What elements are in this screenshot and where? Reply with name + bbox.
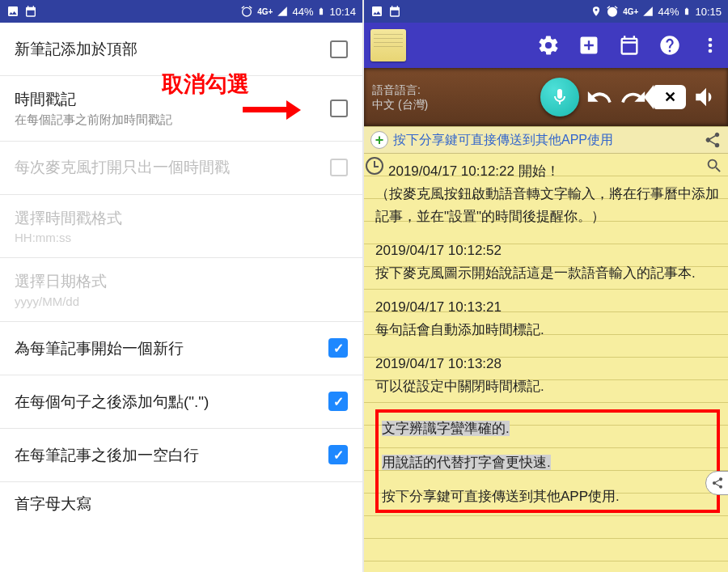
image-icon xyxy=(370,5,383,18)
signal-icon xyxy=(277,6,288,17)
microphone-icon xyxy=(550,87,569,107)
volume-button[interactable] xyxy=(692,83,720,111)
checkbox-checked[interactable] xyxy=(328,392,348,411)
app-action-bar xyxy=(364,23,728,68)
help-button[interactable] xyxy=(658,34,681,57)
status-bar: 4G+ 44% 10:15 xyxy=(364,0,728,23)
setting-blank-line-after[interactable]: 在每筆記事之後加一空白行 xyxy=(0,429,362,482)
setting-period-per-sentence[interactable]: 在每個句子之後添加句點(".") xyxy=(0,375,362,429)
setting-subtitle: yyyy/MM/dd xyxy=(15,294,348,308)
note-timestamp: 2019/04/17 10:12:22 開始！ xyxy=(375,160,720,183)
alarm-icon xyxy=(606,5,619,18)
alarm-icon xyxy=(240,5,253,18)
network-label: 4G+ xyxy=(257,7,273,16)
note-entry: 2019/04/17 10:12:52 按下麥克風圖示開始說話這是一款語音輸入的… xyxy=(375,239,720,285)
clock-icon[interactable] xyxy=(366,157,383,175)
note-body: 可以從設定中關閉時間標記. xyxy=(375,375,720,398)
setting-title: 新筆記添加於頂部 xyxy=(15,39,320,60)
highlighted-text: 按下分享鍵可直接傳送到其他APP使用. xyxy=(382,489,620,504)
setting-timestamp-format: 選擇時間戳格式 HH:mm:ss xyxy=(0,195,362,259)
clock-time: 10:14 xyxy=(329,6,356,18)
redo-button[interactable] xyxy=(620,83,647,111)
battery-icon xyxy=(317,5,325,18)
backspace-icon: ✕ xyxy=(654,85,686,109)
share-icon xyxy=(711,477,724,489)
note-body: 每句話會自動添加時間標記. xyxy=(375,319,720,341)
setting-title: 在每個句子之後添加句點(".") xyxy=(15,392,319,413)
checkbox-unchecked[interactable] xyxy=(330,40,348,58)
battery-percent: 44% xyxy=(292,6,313,18)
note-timestamp: 2019/04/17 10:13:28 xyxy=(375,353,720,375)
annotation-cancel-check: 取消勾選 xyxy=(162,70,249,99)
note-timestamp: 2019/04/17 10:13:21 xyxy=(375,296,720,319)
left-phone-settings: 4G+ 44% 10:14 取消勾選 新筆記添加於頂部 時間戳記 在每個記事之前… xyxy=(0,0,364,572)
search-icon[interactable] xyxy=(705,157,723,175)
setting-capitalize[interactable]: 首字母大寫 xyxy=(0,482,362,515)
share-banner-text: 按下分享鍵可直接傳送到其他APP使用 xyxy=(393,132,699,149)
redo-icon xyxy=(620,83,647,111)
note-entry: 2019/04/17 10:13:28 可以從設定中關閉時間標記. xyxy=(375,353,720,398)
setting-subtitle: HH:mm:ss xyxy=(15,231,348,244)
setting-date-format: 選擇日期格式 yyyy/MM/dd xyxy=(0,258,362,322)
undo-button[interactable] xyxy=(586,83,613,111)
annotation-arrow xyxy=(243,100,301,120)
side-share-button[interactable] xyxy=(705,471,728,495)
plus-icon[interactable]: + xyxy=(370,131,388,149)
overflow-icon xyxy=(699,34,722,57)
calendar-button[interactable] xyxy=(618,34,641,57)
app-icon xyxy=(370,29,406,61)
lang-label: 語音語言: xyxy=(372,83,428,97)
voice-language[interactable]: 語音語言: 中文 (台灣) xyxy=(372,83,428,112)
setting-title: 為每筆記事開始一個新行 xyxy=(15,338,319,359)
highlighted-region: 文字辨識字蠻準確的. 用說話的代替打字會更快速. 按下分享鍵可直接傳送到其他AP… xyxy=(375,409,720,513)
checkbox-unchecked[interactable] xyxy=(330,100,348,117)
checkbox-checked[interactable] xyxy=(328,445,348,464)
calendar-icon xyxy=(388,5,401,18)
setting-new-note-top[interactable]: 新筆記添加於頂部 xyxy=(0,23,362,76)
note-entry: 2019/04/17 10:13:21 每句話會自動添加時間標記. xyxy=(375,296,720,341)
undo-icon xyxy=(586,83,613,111)
right-phone-notepad: 4G+ 44% 10:15 語音語言: 中文 (台灣) ✕ + 按下分享鍵可直接… xyxy=(364,0,728,572)
note-body: 按下麥克風圖示開始說話這是一款語音輸入的記事本. xyxy=(375,262,720,285)
microphone-button[interactable] xyxy=(540,78,579,117)
volume-icon xyxy=(692,83,720,111)
note-body: （按麥克風按鈕啟動語音轉文字輸入，將在行事曆中添加記事，並在"設置"的時間後提醒… xyxy=(375,183,720,228)
setting-title: 選擇時間戳格式 xyxy=(15,208,348,229)
status-bar: 4G+ 44% 10:14 xyxy=(0,0,362,23)
add-note-icon xyxy=(578,34,600,57)
signal-icon xyxy=(642,6,654,17)
setting-single-timestamp: 每次麥克風打開只出一個時間戳 xyxy=(0,142,362,195)
highlighted-text: 用說話的代替打字會更快速. xyxy=(382,455,551,470)
backspace-button[interactable]: ✕ xyxy=(654,85,686,109)
calendar-icon xyxy=(24,5,37,18)
setting-newline-per-note[interactable]: 為每筆記事開始一個新行 xyxy=(0,322,362,375)
setting-title: 選擇日期格式 xyxy=(15,271,348,292)
battery-icon xyxy=(683,5,691,18)
lang-value: 中文 (台灣) xyxy=(372,97,428,112)
checkbox-disabled xyxy=(330,159,348,176)
share-banner: + 按下分享鍵可直接傳送到其他APP使用 xyxy=(364,126,728,154)
notepad-area[interactable]: 2019/04/17 10:12:22 開始！ （按麥克風按鈕啟動語音轉文字輸入… xyxy=(364,154,728,572)
checkbox-checked[interactable] xyxy=(328,338,348,358)
location-icon xyxy=(590,6,602,17)
battery-percent: 44% xyxy=(658,6,679,18)
new-note-button[interactable] xyxy=(578,34,600,57)
note-entry: 2019/04/17 10:12:22 開始！ （按麥克風按鈕啟動語音轉文字輸入… xyxy=(375,160,720,228)
network-label: 4G+ xyxy=(623,7,638,16)
calendar-day-icon xyxy=(618,34,641,57)
share-icon[interactable] xyxy=(704,131,722,149)
setting-title: 在每筆記事之後加一空白行 xyxy=(15,445,319,466)
clock-time: 10:15 xyxy=(695,6,722,18)
help-icon xyxy=(658,34,681,57)
setting-title: 每次麥克風打開只出一個時間戳 xyxy=(15,157,320,178)
voice-toolbar: 語音語言: 中文 (台灣) ✕ xyxy=(364,68,728,126)
note-timestamp: 2019/04/17 10:12:52 xyxy=(375,239,720,262)
image-icon xyxy=(6,5,19,18)
settings-button[interactable] xyxy=(537,34,560,57)
overflow-button[interactable] xyxy=(699,34,722,57)
gear-icon xyxy=(537,34,560,57)
highlighted-text: 文字辨識字蠻準確的. xyxy=(382,421,510,436)
